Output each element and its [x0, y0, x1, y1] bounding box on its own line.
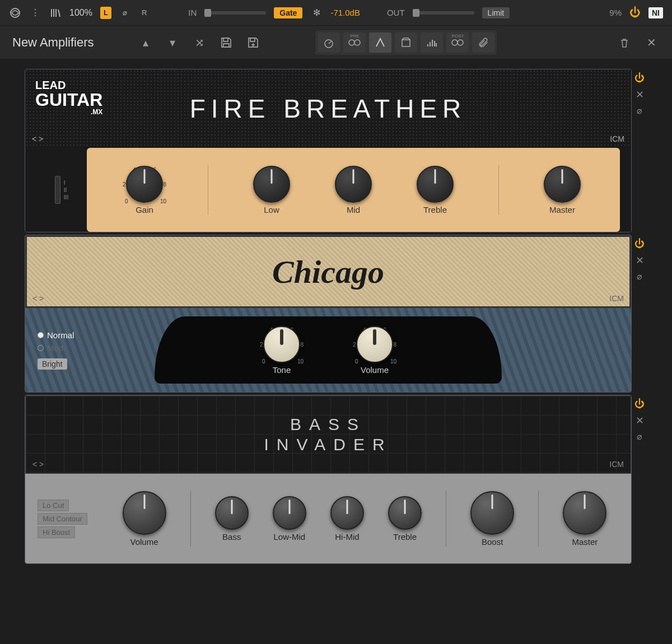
amp-header: LEAD GUITAR .MX FIRE BREATHER < > ICM — [25, 69, 631, 148]
input-slider[interactable] — [204, 11, 266, 15]
delete-icon[interactable] — [616, 34, 633, 51]
low-knob[interactable]: Low — [253, 166, 290, 214]
gain-knob[interactable]: 0 2 4 6 8 10 Gain — [126, 166, 163, 214]
amp-power-icon[interactable]: ⏻ — [634, 398, 645, 410]
amp-title: FIRE BREATHER — [190, 94, 467, 124]
collapse-icon[interactable]: ✕ — [643, 34, 660, 51]
amp-side-controls: ⏻ ✕ ⌀ — [632, 395, 647, 564]
channel-switch[interactable]: I II III — [36, 148, 87, 232]
app-logo-icon[interactable] — [9, 7, 21, 19]
amp-title: Chicago — [272, 253, 384, 291]
midcontour-button[interactable]: Mid Contour — [38, 513, 87, 525]
fx-post-tape-icon[interactable]: POST — [446, 32, 469, 53]
bass-knob[interactable]: Bass — [215, 496, 249, 542]
save-as-icon[interactable] — [245, 34, 262, 51]
hiboost-button[interactable]: Hi Boost — [38, 526, 75, 538]
fx-tuner-icon[interactable] — [318, 32, 340, 53]
svg-rect-4 — [402, 40, 410, 46]
preset-bar: New Amplifiers ▴ ▾ ⤨ PRE POST ✕ — [0, 25, 672, 59]
master-knob[interactable]: Master — [544, 166, 581, 214]
amp-fire-breather: LEAD GUITAR .MX FIRE BREATHER < > ICM I … — [25, 69, 647, 232]
tone-knob[interactable]: 0 2 4 6 8 10 Tone — [263, 326, 300, 375]
icm-badge[interactable]: ICM — [609, 294, 624, 303]
amp-title: BASS INVADER — [264, 414, 392, 455]
chicago-options: Normal Mod Bright — [38, 330, 122, 370]
amp-nav-arrows[interactable]: < > — [32, 294, 44, 303]
preset-up-icon[interactable]: ▴ — [137, 34, 154, 51]
amp-side-controls: ⏻ ✕ ⌀ — [632, 69, 647, 232]
normal-radio[interactable]: Normal — [38, 330, 122, 340]
amp-controls: Lo Cut Mid Contour Hi Boost Volume Bass … — [25, 474, 631, 563]
library-icon[interactable] — [49, 7, 62, 19]
icm-badge[interactable]: ICM — [609, 460, 624, 469]
menu-dots-icon[interactable]: ⋮ — [29, 7, 41, 19]
amp-link-icon[interactable]: ⌀ — [637, 105, 642, 116]
shuffle-icon[interactable]: ⤨ — [191, 34, 208, 51]
locut-button[interactable]: Lo Cut — [38, 500, 69, 511]
cpu-percent: 9% — [609, 8, 622, 17]
preset-down-icon[interactable]: ▾ — [164, 34, 181, 51]
fx-cabinet-icon[interactable] — [395, 32, 417, 53]
fx-eq-icon[interactable] — [421, 32, 443, 53]
top-bar: ⋮ 100% L ⌀ R IN Gate ✻ -71.0dB OUT Limit… — [0, 0, 672, 25]
amp-remove-icon[interactable]: ✕ — [636, 88, 644, 101]
master-knob[interactable]: Master — [563, 491, 606, 547]
amp-side-controls: ⏻ ✕ ⌀ — [632, 235, 647, 393]
svg-point-2 — [349, 40, 354, 45]
treble-knob[interactable]: Treble — [417, 166, 454, 214]
volume-knob[interactable]: 0 2 4 6 8 10 Volume — [356, 326, 393, 375]
ni-logo: NI — [648, 7, 663, 18]
limit-button[interactable]: Limit — [482, 7, 510, 18]
amp-header: BASS INVADER < > ICM — [25, 395, 631, 474]
amp-power-icon[interactable]: ⏻ — [634, 238, 645, 250]
fx-pre-tape-icon[interactable]: PRE — [343, 32, 366, 53]
gate-settings-icon[interactable]: ✻ — [310, 7, 323, 19]
amp-stack: LEAD GUITAR .MX FIRE BREATHER < > ICM I … — [0, 59, 672, 564]
amp-controls: I II III 0 2 4 6 8 10 Gain Low Mid — [25, 148, 631, 232]
fx-attachment-icon[interactable] — [472, 32, 494, 53]
amp-controls: Normal Mod Bright 0 2 4 6 8 10 Tone — [25, 308, 631, 392]
fx-chain: PRE POST — [315, 30, 497, 55]
amp-link-icon[interactable]: ⌀ — [637, 431, 642, 442]
himid-knob[interactable]: Hi-Mid — [330, 496, 364, 542]
volume-knob[interactable]: Volume — [123, 491, 166, 547]
mid-knob[interactable]: Mid — [335, 166, 372, 214]
watermark-logo: LEAD GUITAR .MX — [35, 80, 102, 115]
amp-remove-icon[interactable]: ✕ — [636, 254, 644, 267]
channel-link-icon[interactable]: ⌀ — [119, 7, 130, 19]
save-icon[interactable] — [218, 34, 235, 51]
fx-amp-icon[interactable] — [369, 32, 391, 53]
bass-invader-options: Lo Cut Mid Contour Hi Boost — [38, 500, 110, 538]
treble-knob[interactable]: Treble — [388, 496, 422, 542]
amp-power-icon[interactable]: ⏻ — [634, 72, 645, 84]
amp-nav-arrows[interactable]: < > — [32, 134, 43, 143]
svg-point-3 — [354, 40, 360, 45]
boost-knob[interactable]: Boost — [470, 491, 514, 547]
preset-name[interactable]: New Amplifiers — [12, 35, 94, 50]
lowmid-knob[interactable]: Low-Mid — [273, 496, 306, 542]
svg-point-6 — [458, 40, 463, 45]
gate-db-value[interactable]: -71.0dB — [330, 8, 360, 17]
icm-badge[interactable]: ICM — [610, 134, 624, 143]
amp-header: Chicago < > ICM — [25, 235, 631, 308]
output-label: OUT — [387, 8, 405, 17]
channel-r-button[interactable]: R — [138, 7, 150, 19]
svg-point-5 — [452, 40, 458, 45]
amp-chicago: Chicago < > ICM Normal Mod Bright 0 2 4 … — [25, 235, 647, 393]
channel-l-button[interactable]: L — [100, 7, 111, 19]
bright-button[interactable]: Bright — [38, 358, 67, 370]
gate-button[interactable]: Gate — [274, 7, 302, 18]
amp-bass-invader: BASS INVADER < > ICM Lo Cut Mid Contour … — [25, 395, 647, 564]
power-icon[interactable]: ⏻ — [629, 6, 641, 19]
amp-link-icon[interactable]: ⌀ — [637, 271, 642, 282]
input-label: IN — [188, 8, 197, 17]
mod-radio[interactable]: Mod — [38, 343, 122, 353]
amp-remove-icon[interactable]: ✕ — [636, 414, 644, 427]
amp-nav-arrows[interactable]: < > — [32, 460, 44, 469]
output-slider[interactable] — [413, 11, 474, 15]
zoom-percent[interactable]: 100% — [69, 8, 92, 18]
